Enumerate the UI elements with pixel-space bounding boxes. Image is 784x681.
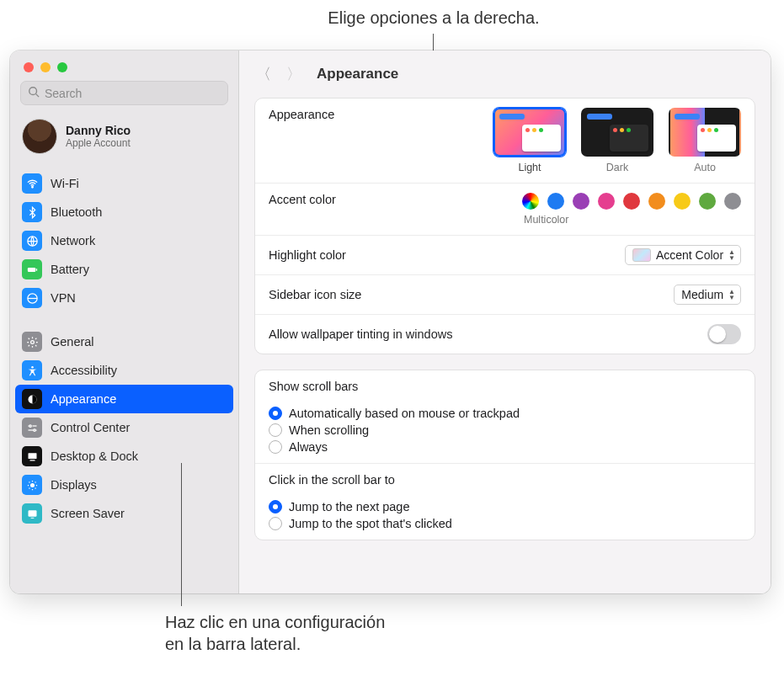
accent-multicolor[interactable] (522, 193, 539, 210)
click-scroll-option-jump-spot[interactable]: Jump to the spot that's clicked (269, 517, 741, 530)
scrollbars-option-auto[interactable]: Automatically based on mouse or trackpad (269, 407, 741, 420)
radio-icon (269, 500, 282, 513)
account-row[interactable]: Danny Rico Apple Account (10, 114, 238, 166)
theme-option-light[interactable]: Light (493, 108, 566, 173)
sidebar-icon-select[interactable]: Medium ▲▼ (674, 285, 741, 305)
chevron-updown-icon: ▲▼ (728, 249, 735, 261)
accent-blue[interactable] (547, 193, 564, 210)
scrollbars-label: Show scroll bars (269, 380, 741, 396)
panel-scrolling: Show scroll bars Automatically based on … (254, 370, 755, 540)
theme-option-dark[interactable]: Dark (581, 108, 653, 173)
search-input[interactable] (45, 87, 221, 100)
svg-rect-4 (27, 268, 35, 272)
scrollbars-option-always[interactable]: Always (269, 440, 741, 454)
callout-top: Elige opciones a la derecha. (223, 8, 644, 28)
appearance-icon (22, 389, 42, 409)
radio-icon (269, 517, 282, 530)
back-button[interactable]: 〈 (256, 64, 271, 84)
sidebar-icon-label: Sidebar icon size (269, 288, 361, 301)
sidebar-item-network[interactable]: Network (15, 226, 233, 255)
accent-orange[interactable] (648, 193, 665, 210)
accent-pink[interactable] (598, 193, 615, 210)
theme-caption: Auto (694, 162, 716, 173)
svg-point-18 (30, 483, 35, 487)
radio-label: Jump to the spot that's clicked (289, 517, 452, 530)
search-icon (28, 86, 40, 100)
svg-rect-19 (28, 510, 36, 517)
accessibility-icon (22, 360, 42, 380)
sidebar-item-general[interactable]: General (15, 327, 233, 356)
radio-label: Automatically based on mouse or trackpad (289, 407, 520, 420)
sidebar-item-label: Displays (51, 478, 97, 492)
settings-window: Danny Rico Apple Account Wi-Fi Bluetooth… (10, 51, 771, 593)
sidebar-item-label: Appearance (51, 392, 116, 406)
avatar (22, 119, 57, 154)
control-center-icon (22, 418, 42, 438)
account-sub: Apple Account (66, 137, 131, 149)
accent-gray[interactable] (724, 193, 741, 210)
svg-rect-20 (30, 517, 34, 518)
sidebar-item-screen-saver[interactable]: Screen Saver (15, 499, 233, 528)
accent-label: Accent color (269, 193, 336, 206)
sidebar-item-displays[interactable]: Displays (15, 471, 233, 499)
radio-label: When scrolling (289, 423, 369, 437)
svg-point-7 (30, 340, 34, 343)
callout-line-bottom (181, 463, 182, 606)
theme-caption: Dark (606, 162, 628, 173)
sidebar-item-label: Control Center (51, 421, 130, 434)
sidebar-item-accessibility[interactable]: Accessibility (15, 356, 233, 385)
radio-label: Jump to the next page (289, 500, 410, 513)
displays-icon (22, 475, 42, 495)
radio-icon (269, 407, 282, 420)
appearance-label: Appearance (269, 108, 334, 121)
sidebar-item-appearance[interactable]: Appearance (15, 385, 233, 413)
theme-option-auto[interactable]: Auto (669, 108, 741, 173)
theme-thumb-auto (669, 108, 741, 157)
accent-yellow[interactable] (674, 193, 691, 210)
theme-thumb-light (493, 108, 566, 157)
sidebar-item-control-center[interactable]: Control Center (15, 413, 233, 442)
sidebar-item-desktop-dock[interactable]: Desktop & Dock (15, 442, 233, 471)
click-scroll-label: Click in the scroll bar to (269, 473, 741, 490)
sidebar-item-label: Bluetooth (51, 205, 102, 219)
toolbar: 〈 〉 Appearance (239, 51, 771, 93)
accent-red[interactable] (623, 193, 640, 210)
svg-point-8 (31, 365, 34, 368)
sidebar-item-wifi[interactable]: Wi-Fi (15, 169, 233, 198)
sidebar-icon-value: Medium (681, 288, 723, 301)
svg-point-0 (29, 88, 37, 95)
minimize-button[interactable] (40, 62, 51, 72)
highlight-select[interactable]: Accent Color ▲▼ (625, 245, 741, 265)
sidebar-nav: Wi-Fi Bluetooth Network Battery VPN (10, 166, 238, 593)
accent-purple[interactable] (573, 193, 589, 210)
highlight-swatch-icon (632, 248, 651, 262)
accent-green[interactable] (699, 193, 716, 210)
wallpaper-tint-toggle[interactable] (707, 324, 741, 344)
sidebar-item-label: General (51, 335, 94, 348)
accent-caption: Multicolor (524, 214, 569, 226)
window-controls (10, 51, 238, 81)
sidebar-item-battery[interactable]: Battery (15, 255, 233, 284)
click-scroll-option-next-page[interactable]: Jump to the next page (269, 500, 741, 513)
fullscreen-button[interactable] (57, 62, 67, 72)
gear-icon (22, 332, 42, 352)
highlight-value: Accent Color (656, 248, 723, 262)
highlight-label: Highlight color (269, 248, 346, 262)
svg-rect-17 (29, 460, 35, 460)
svg-line-1 (36, 94, 40, 98)
vpn-icon (22, 288, 42, 308)
sidebar-item-vpn[interactable]: VPN (15, 284, 233, 312)
sidebar-item-bluetooth[interactable]: Bluetooth (15, 198, 233, 226)
forward-button[interactable]: 〉 (286, 64, 301, 84)
wifi-icon (22, 173, 42, 194)
radio-icon (269, 440, 282, 454)
scrollbars-option-when-scrolling[interactable]: When scrolling (269, 423, 741, 437)
theme-thumb-dark (581, 108, 653, 157)
search-field[interactable] (20, 81, 228, 105)
screen-saver-icon (22, 503, 42, 524)
close-button[interactable] (24, 62, 34, 72)
sidebar-item-label: Desktop & Dock (51, 450, 138, 463)
content-pane: 〈 〉 Appearance Appearance Light (239, 51, 771, 593)
radio-label: Always (289, 440, 328, 454)
wallpaper-tint-label: Allow wallpaper tinting in windows (269, 327, 452, 341)
